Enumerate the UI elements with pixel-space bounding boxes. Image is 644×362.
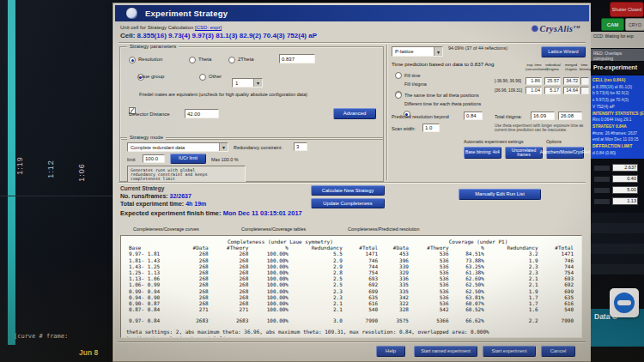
results-cell: 60.07% [452,300,487,306]
time-binning-input[interactable] [580,77,589,85]
unit-cell-label: Unit cell for Strategy Calculation [120,25,193,30]
results-cell: 536 [411,300,452,306]
results-cell: 2.3 [487,269,541,275]
time-binning-input[interactable] [580,87,589,94]
pre-experiment-line: a 8.355(16) al 81.1(3) [592,84,642,91]
results-row: 1.25- 1.13268268100.00%2.875432953661.38… [126,269,576,275]
individual-tsigma-input[interactable]: 5.17 [544,87,561,94]
start-named-experiment-button[interactable]: Start named experiment [414,346,477,357]
results-total-row: 9.97- 0.8426832683100.00%3.0799035755366… [126,312,576,323]
pre-experiment-line: INTENSITY STATISTICS (ES [592,111,642,118]
results-cell: 1.43- 1.25 [126,263,180,269]
lattice-dropdown[interactable]: P-lattice [392,46,443,57]
results-cell: 744 [541,263,576,269]
side-field-value[interactable]: 5.00 [612,186,638,194]
results-cell: 536 [411,294,452,300]
detector-distance-input[interactable]: 42.00 [185,109,219,118]
runs-frames-value: 32/2637 [170,193,191,199]
side-parameter-fields: 2.6370.405.001.13 [591,160,644,205]
results-cell: 5.5 [291,250,345,256]
results-cell: 1471 [345,250,380,256]
results-cell: 100.00% [251,257,291,263]
completeness-coverage-table: Completeness (under Laue symmetry) Cover… [126,238,576,324]
results-cell: 2683 [211,312,252,323]
two-theta-radio[interactable] [228,57,235,63]
cam-button[interactable]: CAM [601,18,624,31]
pre-experiment-line: b 9.73(4) be 82.9(2) [592,90,642,97]
other-radio[interactable] [199,74,206,81]
strategy-mode-dropdown[interactable]: Complete redundant data [127,142,228,152]
strategy-parameters-group: Strategy parameters Resolution Theta 2Th… [119,46,384,140]
exp-time-input[interactable]: 1.04 [526,87,542,94]
help-button[interactable]: Help [376,346,405,357]
results-cell: 268 [211,281,252,287]
merged-tsigma-input[interactable]: 14.64 [563,87,580,94]
merged-tsigma-input[interactable]: 34.72 [563,77,580,85]
other-label: Other [209,74,222,79]
completeness-table-panel[interactable]: Completeness (under Laue symmetry) Cover… [120,235,582,338]
results-cell: 322 [380,300,411,306]
cryo-button[interactable]: CRYO [625,18,644,31]
results-cell: 536 [411,275,452,281]
redundancy-constraint-input[interactable]: 3 [294,142,307,151]
predicted-resolution-label: Predicted resolution beyond [392,114,449,119]
teamviewer-icon[interactable] [610,288,639,317]
cancel-button[interactable]: Cancel [541,346,575,357]
start-experiment-button[interactable]: Start experiment [483,346,536,357]
individual-tsigma-input[interactable]: 25.57 [544,77,561,85]
results-cell: 63.25% [452,263,487,269]
calculate-new-strategy-button[interactable]: Calculate New Strategy [311,185,385,196]
fill-time-radio[interactable] [395,72,402,79]
uncorrelated-frames-button[interactable]: Uncorrelated frames [505,147,543,159]
side-field-value[interactable]: 1.13 [612,197,638,205]
results-cell: 1471 [541,250,576,256]
exp-time-input[interactable]: 1.86 [526,77,542,85]
limit-input[interactable]: 100.0 [143,154,165,163]
resolution-radio[interactable] [129,57,136,63]
results-cell: 3575 [380,312,411,323]
results-cell: 5366 [411,312,452,323]
divider [118,182,586,184]
update-completeness-button[interactable]: Update Completeness [311,198,385,208]
results-cell: 7990 [345,312,380,323]
shutter-closed-button[interactable]: Shutter Closed [610,2,644,17]
theta-radio[interactable] [189,57,196,63]
results-cell: 693 [345,275,380,281]
instrument-side-panel: Shutter Closed CAM CRYO CCD: Waiting for… [591,0,644,362]
divider [118,341,586,343]
other-group-dropdown[interactable]: 1 [232,78,263,87]
scan-width-input[interactable]: 1.0 [422,124,440,132]
pre-experiment-line: end at Mon Dec 11 03:15 [592,136,642,143]
pre-experiment-line: V 752(4) aP [592,104,642,111]
results-cell: 335 [380,288,411,294]
col-theory: #Theory [411,244,452,250]
advanced-button[interactable]: Advanced [333,108,376,119]
csd-link[interactable]: [CSD: expr] [195,25,222,30]
col-total: #Total [345,244,380,250]
col-percent: % [452,244,487,250]
timer-label: 1:06 [77,163,86,182]
side-field-value[interactable]: 2.637 [612,164,638,172]
curve-status-line: [curve # frame: [14,333,68,340]
side-field-row: 0.40 [594,175,644,183]
lattice-wizard-button[interactable]: Lattice Wizard [541,46,586,57]
same-time-radio[interactable] [395,92,402,99]
brand-star-icon: ✺ [532,24,539,33]
base-binning-button[interactable]: Base binning: 4x4 [464,147,501,159]
results-cell: 336 [380,275,411,281]
two-theta-label: 2Theta [238,57,254,62]
autochem-button[interactable]: Autochem/Movie/CryoRed [546,147,584,159]
runs-frames-label: No. runs/frames: [120,193,168,199]
side-field-value[interactable]: 0.40 [612,175,638,183]
list-row [591,254,644,264]
dialog-titlebar[interactable]: Experiment Strategy [115,5,589,21]
resolution-input[interactable]: 0.837 [279,54,315,63]
current-strategy-title: Current Strategy [120,185,164,191]
results-cell: 268 [211,250,252,256]
results-cell: 100.00% [251,294,291,300]
results-cell: 0.94- 0.90 [126,294,180,300]
results-cell: 1.81- 1.43 [126,257,180,263]
manually-edit-run-list-button[interactable]: Manually Edit Run List [459,189,541,200]
brand-tm: TM [574,25,581,29]
iucr-limit-button[interactable]: IUCr limit [170,154,206,164]
